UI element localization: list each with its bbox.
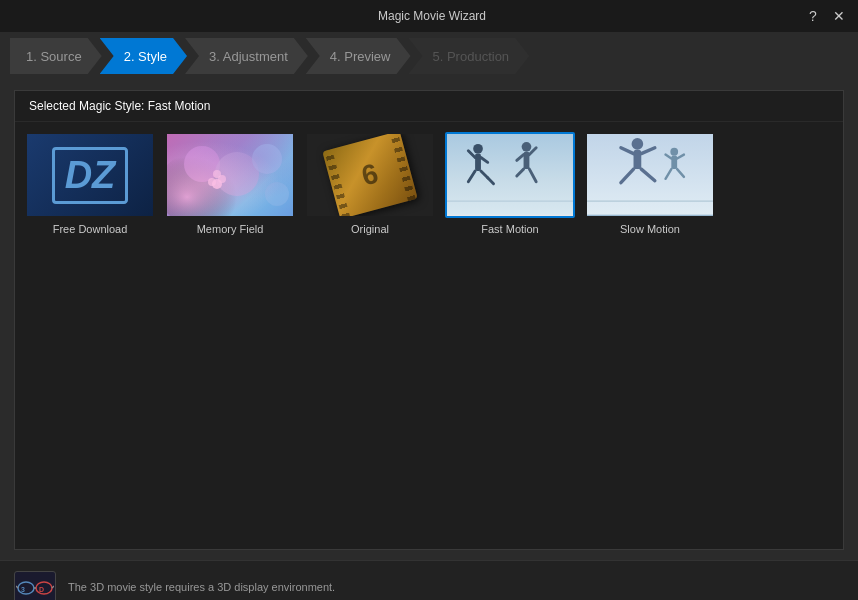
- help-button[interactable]: ?: [804, 7, 822, 25]
- svg-rect-9: [447, 134, 573, 215]
- slow-motion-svg: [587, 134, 713, 216]
- step-adjustment[interactable]: 3. Adjustment: [185, 38, 308, 74]
- svg-point-17: [522, 142, 532, 152]
- svg-point-10: [473, 144, 483, 154]
- style-label-free-download: Free Download: [53, 223, 128, 235]
- style-label-memory-field: Memory Field: [197, 223, 264, 235]
- steps-bar: 1. Source 2. Style 3. Adjustment 4. Prev…: [0, 32, 858, 80]
- style-thumb-fast-motion: [445, 132, 575, 218]
- 3d-icon-svg: 3 D: [16, 574, 54, 600]
- step-style[interactable]: 2. Style: [100, 38, 187, 74]
- svg-rect-32: [671, 156, 677, 170]
- style-item-fast-motion[interactable]: Fast Motion: [445, 132, 575, 235]
- film-strip: 6: [322, 132, 417, 218]
- svg-text:3: 3: [21, 586, 25, 593]
- film-number: 6: [358, 158, 381, 193]
- svg-rect-24: [587, 134, 713, 215]
- svg-point-3: [252, 144, 282, 174]
- svg-point-1: [184, 146, 220, 182]
- step-source[interactable]: 1. Source: [10, 38, 102, 74]
- style-item-original[interactable]: 6 Original: [305, 132, 435, 235]
- info-text: The 3D movie style requires a 3D display…: [68, 581, 335, 593]
- style-grid: DZ Free Download: [25, 132, 715, 235]
- thumb-fast-motion-bg: [447, 134, 573, 216]
- svg-rect-11: [475, 154, 481, 171]
- svg-point-31: [670, 148, 678, 156]
- step-production[interactable]: 5. Production: [409, 38, 530, 74]
- fast-motion-svg: [447, 134, 573, 216]
- thumb-slow-motion-bg: [587, 134, 713, 216]
- style-item-memory-field[interactable]: Memory Field: [165, 132, 295, 235]
- title-bar: Magic Movie Wizard ? ✕: [0, 0, 858, 32]
- style-thumb-memory-field: [165, 132, 295, 218]
- svg-point-4: [265, 182, 289, 206]
- svg-point-25: [632, 138, 644, 150]
- svg-point-5: [212, 179, 222, 189]
- style-thumb-slow-motion: [585, 132, 715, 218]
- svg-point-2: [215, 152, 259, 196]
- dz-logo: DZ: [52, 147, 129, 204]
- style-label-fast-motion: Fast Motion: [481, 223, 538, 235]
- thumb-memory-field-bg: [167, 134, 293, 216]
- icon-3d: 3 D: [14, 571, 56, 601]
- style-grid-wrapper[interactable]: DZ Free Download: [15, 122, 843, 549]
- thumb-original-bg: 6: [307, 134, 433, 216]
- style-thumb-original: 6: [305, 132, 435, 218]
- close-button[interactable]: ✕: [830, 7, 848, 25]
- svg-point-8: [218, 175, 226, 183]
- main-content: Selected Magic Style: Fast Motion DZ Fre…: [14, 90, 844, 550]
- svg-point-6: [213, 170, 221, 178]
- step-preview[interactable]: 4. Preview: [306, 38, 411, 74]
- selected-style-bar: Selected Magic Style: Fast Motion: [15, 91, 843, 122]
- svg-point-0: [167, 149, 257, 216]
- svg-point-7: [208, 178, 216, 186]
- style-label-slow-motion: Slow Motion: [620, 223, 680, 235]
- thumb-free-download-bg: DZ: [27, 134, 153, 216]
- title-bar-controls: ? ✕: [804, 7, 848, 25]
- style-thumb-free-download: DZ: [25, 132, 155, 218]
- style-label-original: Original: [351, 223, 389, 235]
- style-item-slow-motion[interactable]: Slow Motion: [585, 132, 715, 235]
- window-title: Magic Movie Wizard: [60, 9, 804, 23]
- info-bar: 3 D The 3D movie style requires a 3D dis…: [0, 560, 858, 600]
- svg-text:D: D: [39, 586, 44, 593]
- memory-field-svg: [167, 134, 293, 216]
- style-item-free-download[interactable]: DZ Free Download: [25, 132, 155, 235]
